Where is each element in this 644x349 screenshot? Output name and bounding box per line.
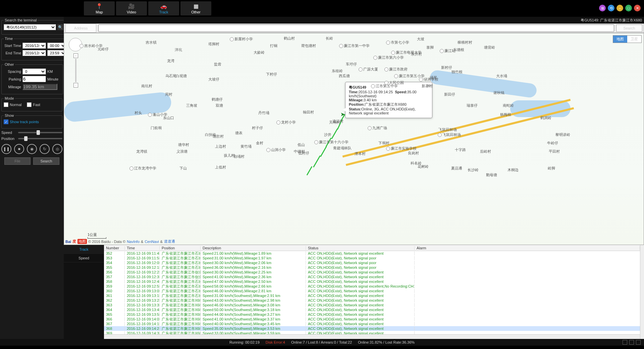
window-controls: ⊞ ⟲ – □ ✕ (599, 5, 641, 11)
address-input[interactable] (98, 24, 614, 32)
table-row[interactable]: 3612016-12-16 09:13:15广东省湛江市廉江市石城大道Speed… (104, 293, 640, 298)
loop-button[interactable]: ↻ (40, 144, 50, 154)
col-position[interactable]: Position (160, 246, 201, 250)
table-row[interactable]: 3692016-12-16 09:14:35广东省湛江市廉江市X680Speed… (104, 331, 640, 334)
map-place-label: 低山 (298, 142, 305, 147)
table-row[interactable]: 3662016-12-16 09:14:05广东省湛江市廉江市X680Speed… (104, 317, 640, 321)
zoom-out-button[interactable]: − (73, 83, 78, 88)
nav-tab-track[interactable]: 🚗Track (148, 1, 179, 15)
col-time[interactable]: Time (125, 246, 160, 250)
map-poi-label: 新屋村小学 (230, 37, 253, 42)
status-icon-3[interactable] (636, 340, 641, 345)
table-row[interactable]: 3632016-12-16 09:13:35广东省湛江市廉江市X680Speed… (104, 303, 640, 307)
parking-input[interactable] (22, 76, 46, 82)
start-time-select[interactable]: 00:00:00 (47, 43, 66, 49)
table-row[interactable]: 3642016-12-16 09:13:45广东省湛江市廉江市X680Speed… (104, 307, 640, 312)
scale-text: 1公里 (88, 232, 106, 237)
table-row[interactable]: 3672016-12-16 09:14:15广东省湛江市廉江市X680Speed… (104, 321, 640, 326)
search-button[interactable]: Search (33, 157, 59, 165)
map-place-label: 鹤洞岭 (540, 115, 551, 120)
table-row[interactable]: 3542016-12-16 09:12:05广东省湛江市廉江市石城大道Speed… (104, 260, 640, 265)
map-place-label: 木桐边 (507, 167, 519, 172)
table-row[interactable]: 3602016-12-16 09:13:05广东省湛江市廉江市石城大道Speed… (104, 289, 640, 293)
map-type-map[interactable]: 地图 (613, 36, 627, 43)
map-place-label: 洋坑 (175, 47, 182, 52)
window-btn-2[interactable]: ⟲ (608, 5, 614, 11)
map-place-label: 下山 (179, 166, 187, 171)
map-type-satellite[interactable]: 卫星 (627, 36, 641, 43)
start-date-select[interactable]: 2016/12/16 (22, 43, 46, 49)
status-icon-2[interactable] (629, 340, 634, 345)
table-row[interactable]: 3532016-12-16 09:11:55广东省湛江市廉江市石城大道Speed… (104, 256, 640, 260)
horizontal-scrollbar[interactable] (104, 334, 640, 339)
map-place-label: 岭脚 (548, 166, 555, 171)
table-row[interactable]: 3652016-12-16 09:13:55广东省湛江市廉江市X680Speed… (104, 312, 640, 317)
search-icon[interactable]: 🔍 (57, 24, 63, 30)
other-group: Other Spacing0KM ParkingMinute Mileage (1, 62, 63, 94)
map-place-label: 门前垌 (151, 126, 162, 131)
zoom-slider[interactable] (75, 59, 76, 82)
video-camera-icon: 🎥 (128, 3, 135, 9)
target-button[interactable]: ◎ (52, 144, 62, 154)
map-canvas[interactable]: ➤ + − 地图 卫星 ✕ 粤GU5149 Time:2016-12-16 09… (64, 33, 644, 245)
end-time-label: End Time (4, 51, 21, 55)
col-status[interactable]: Status (306, 246, 415, 250)
minimize-button[interactable]: – (616, 5, 623, 11)
status-icon-1[interactable] (623, 340, 627, 345)
maximize-button[interactable]: □ (625, 5, 632, 11)
tab-speed[interactable]: Speed (64, 254, 104, 262)
table-row[interactable]: 3552016-12-16 09:12:15广东省湛江市廉江市石城大道Speed… (104, 265, 640, 270)
mode-fast-radio[interactable]: Fast (27, 102, 40, 107)
stop-button[interactable]: ■ (14, 144, 24, 154)
parking-label: Parking (4, 77, 21, 81)
vehicle-marker-icon[interactable]: ➤ (340, 111, 345, 117)
pause-button[interactable]: ❚❚ (1, 144, 11, 154)
vehicle-title-text: 粤GU5149: 广东省湛江市廉江市X680 (581, 18, 642, 23)
record-button[interactable]: ◉ (27, 144, 37, 154)
nav-tab-map[interactable]: 📍Map (84, 1, 115, 15)
mode-normal-radio[interactable]: Normal (4, 102, 21, 107)
table-row[interactable]: 3682016-12-16 09:14:25广东省湛江市廉江市X680Speed… (104, 326, 640, 331)
map-place-label: 龙湾镇 (136, 149, 147, 154)
speed-slider[interactable] (18, 132, 62, 133)
table-row[interactable]: 3562016-12-16 09:12:25广东省湛江市廉江市创业南路Speed… (104, 270, 640, 275)
table-row[interactable]: 3592016-12-16 09:12:55广东省湛江市廉江市石城大道Speed… (104, 284, 640, 289)
attrib-daodaotong-link[interactable]: 道道通 (164, 239, 175, 244)
map-poi-label: 廉江市政府 (384, 67, 408, 72)
vertical-scrollbar[interactable] (640, 245, 644, 339)
table-row[interactable]: 3572016-12-16 09:12:35广东省湛江市廉江市创业南路Speed… (104, 275, 640, 279)
nav-tab-other[interactable]: ▦Other (180, 1, 211, 15)
map-place-label: 新村仔 (441, 65, 452, 70)
address-button[interactable]: Address (65, 24, 96, 33)
tab-track[interactable]: Track (64, 245, 104, 254)
col-description[interactable]: Description (201, 246, 306, 250)
grid-tabs: Track Speed (64, 245, 104, 339)
map-place-label: 周村 (165, 92, 172, 97)
zoom-in-button[interactable]: + (73, 53, 78, 58)
file-button[interactable]: File (4, 157, 31, 165)
close-button[interactable]: ✕ (634, 5, 641, 11)
col-number[interactable]: Number (104, 246, 125, 250)
table-row[interactable]: 3582016-12-16 09:12:45广东省湛江市廉江市石城大道Speed… (104, 279, 640, 284)
attrib-cennavi-link[interactable]: CenNavi (145, 240, 159, 244)
end-date-select[interactable]: 2016/12/16 (22, 50, 46, 56)
table-row[interactable]: 3522016-12-16 09:11:45广东省湛江市廉江市石城大道Speed… (104, 251, 640, 256)
map-place-label: 长沙岭 (468, 167, 479, 172)
show-track-points-checkbox[interactable]: ✓Show track points (4, 119, 39, 124)
address-search-button[interactable]: Search (616, 24, 642, 32)
position-slider[interactable] (18, 138, 62, 139)
legend-time: Time (4, 37, 14, 41)
end-time-select[interactable]: 23:59:59 (47, 50, 66, 56)
window-btn-1[interactable]: ⊞ (599, 5, 606, 11)
status-disk-error: Disk Error:4 (266, 340, 285, 344)
attrib-navinfo-link[interactable]: NavInfo (127, 240, 140, 244)
terminal-select[interactable]: 粤GU5149(10112) (4, 24, 56, 30)
nav-tab-label: Track (159, 10, 168, 14)
spacing-select[interactable]: 0 (22, 68, 46, 74)
nav-tab-video[interactable]: 🎥Video (116, 1, 147, 15)
time-group: Time Start Time 2016/12/16 00:00:00 End … (1, 37, 68, 60)
table-row[interactable]: 3622016-12-16 09:13:25广东省湛江市廉江市X680Speed… (104, 298, 640, 303)
col-alarm[interactable]: Alarm (415, 246, 640, 250)
grid-body[interactable]: 3522016-12-16 09:11:45广东省湛江市廉江市石城大道Speed… (104, 251, 640, 334)
map-poi-label: 绿洲学校 (419, 77, 438, 82)
